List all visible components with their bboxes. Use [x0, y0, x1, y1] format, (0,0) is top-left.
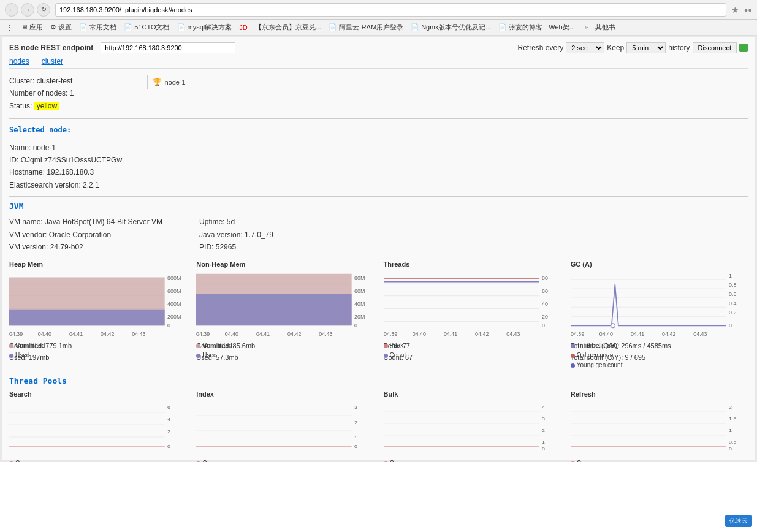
- jvm-vm-vendor: VM vendor: Oracle Corporation: [9, 229, 162, 241]
- svg-text:40M: 40M: [354, 301, 365, 307]
- nav-buttons[interactable]: ← → ↻: [5, 3, 50, 17]
- jvm-left: VM name: Java HotSpot(TM) 64-Bit Server …: [9, 216, 162, 253]
- bookmark-zhangyan[interactable]: 📄 张宴的博客 - Web架...: [498, 23, 574, 32]
- gc-title: GC (A): [571, 260, 748, 268]
- status-value: yellow: [34, 102, 59, 110]
- node-hostname: Hostname: 192.168.180.3: [9, 166, 748, 178]
- search-legend: Queue Peak Count: [9, 458, 186, 462]
- bookmark-star[interactable]: ★: [731, 5, 739, 15]
- thread-pools-section: Thread Pools Search 6 4 2 0 Queue Peak: [9, 376, 748, 455]
- svg-text:2: 2: [542, 427, 545, 433]
- keep-select[interactable]: 5 min 10 min 30 min: [626, 42, 666, 53]
- back-button[interactable]: ←: [5, 3, 18, 17]
- threads-area: 80 60 40 20 0 04:39 04:40 04:41 04:42 04…: [384, 270, 561, 338]
- bulk-legend: Queue Peak Count: [384, 458, 561, 462]
- index-pool-svg: 3 2 1 0: [196, 400, 373, 455]
- search-pool-title: Search: [9, 390, 186, 398]
- svg-text:20M: 20M: [354, 314, 365, 320]
- svg-text:800M: 800M: [167, 275, 181, 281]
- forward-button[interactable]: →: [21, 3, 34, 17]
- svg-text:40: 40: [542, 301, 548, 307]
- divider-2: [9, 196, 748, 197]
- svg-text:0: 0: [167, 443, 170, 449]
- svg-text:04:40: 04:40: [599, 331, 612, 337]
- node-badge-label: node-1: [164, 78, 185, 86]
- endpoint-label: ES node REST endpoint: [9, 44, 93, 52]
- jvm-meta: VM name: Java HotSpot(TM) 64-Bit Server …: [9, 216, 748, 253]
- jvm-uptime: Uptime: 5d: [199, 216, 273, 228]
- jvm-title: JVM: [9, 202, 748, 211]
- cluster-status: Status: yellow: [9, 100, 74, 112]
- svg-text:04:40: 04:40: [225, 331, 238, 337]
- bookmark-settings[interactable]: ⚙ 设置: [50, 23, 72, 32]
- connection-status-dot: [739, 44, 748, 52]
- bulk-pool-area: 4 3 2 1 0 Queue Peak Count: [384, 400, 561, 455]
- jvm-pid: PID: 52965: [199, 241, 273, 253]
- refresh-pool-chart: Refresh 2 1.5 1 0.5 0 Queue Peak: [571, 390, 748, 455]
- svg-text:04:40: 04:40: [412, 331, 425, 337]
- refresh-pool-svg: 2 1.5 1 0.5 0: [571, 400, 748, 455]
- refresh-select[interactable]: 2 sec 5 sec 10 sec: [566, 42, 604, 53]
- svg-text:2: 2: [354, 419, 357, 425]
- svg-text:0.4: 0.4: [729, 300, 736, 306]
- svg-point-52: [611, 324, 615, 328]
- selected-node-section: Selected node: Name: node-1 ID: OJqmLz74…: [9, 124, 748, 191]
- tab-nodes[interactable]: nodes: [9, 57, 29, 66]
- address-bar[interactable]: [55, 3, 726, 17]
- svg-text:0.6: 0.6: [729, 291, 736, 297]
- threads-legend: Peak Count: [384, 341, 561, 360]
- svg-text:04:41: 04:41: [631, 331, 644, 337]
- threads-svg: 80 60 40 20 0 04:39 04:40 04:41 04:42 04…: [384, 270, 561, 338]
- svg-text:80M: 80M: [354, 275, 365, 281]
- svg-text:04:39: 04:39: [384, 331, 397, 337]
- selected-node-title: Selected node:: [9, 124, 748, 136]
- node-name: Name: node-1: [9, 142, 748, 154]
- svg-text:04:42: 04:42: [475, 331, 489, 337]
- search-pool-area: 6 4 2 0 Queue Peak Count: [9, 400, 186, 455]
- jvm-vm-version: VM version: 24.79-b02: [9, 241, 162, 253]
- svg-text:60M: 60M: [354, 288, 365, 294]
- bulk-pool-chart: Bulk 4 3 2 1 0 Queue Peak Count: [384, 390, 561, 455]
- bookmark-apps[interactable]: 🖥 应用: [21, 23, 43, 32]
- refresh-legend: Queue Peak Count: [571, 458, 748, 462]
- jvm-right: Uptime: 5d Java version: 1.7.0_79 PID: 5…: [199, 216, 273, 253]
- non-heap-title: Non-Heap Mem: [196, 260, 373, 268]
- gc-chart: GC (A) 1 0.8 0.6 0.4 0.2: [571, 260, 748, 363]
- refresh-section: Refresh every 2 sec 5 sec 10 sec Keep 5 …: [518, 42, 748, 53]
- bookmark-aliyun[interactable]: 📄 阿里云-RAM用户登录: [329, 23, 403, 32]
- svg-text:04:41: 04:41: [69, 331, 83, 337]
- bookmark-docs[interactable]: 📄 常用文档: [79, 23, 116, 32]
- index-pool-title: Index: [196, 390, 373, 398]
- svg-text:0.2: 0.2: [729, 310, 736, 316]
- non-heap-legend: Committed Used: [196, 341, 373, 360]
- refresh-button[interactable]: ↻: [37, 3, 50, 17]
- svg-text:1.5: 1.5: [729, 416, 737, 421]
- svg-text:200M: 200M: [167, 314, 181, 320]
- svg-text:04:39: 04:39: [571, 331, 584, 337]
- top-bar: ES node REST endpoint Refresh every 2 se…: [9, 42, 748, 53]
- disconnect-button[interactable]: Disconnect: [693, 42, 737, 53]
- svg-text:4: 4: [542, 404, 545, 409]
- svg-text:04:39: 04:39: [196, 331, 210, 337]
- tab-cluster[interactable]: cluster: [42, 57, 63, 66]
- cluster-name: Cluster: cluster-test: [9, 75, 74, 87]
- heap-mem-legend: Committed Used: [9, 341, 186, 360]
- gc-svg: 1 0.8 0.6 0.4 0.2 0 04:39 04:40 04:41 04…: [571, 270, 748, 338]
- svg-text:04:43: 04:43: [132, 331, 145, 337]
- bookmark-mysql[interactable]: 📄 mysql解决方案: [177, 23, 232, 32]
- non-heap-area: 80M 60M 40M 20M 0 04:39 04:40 04:41 04:4…: [196, 270, 373, 338]
- refresh-label: Refresh every: [518, 44, 564, 52]
- svg-text:04:40: 04:40: [38, 331, 51, 337]
- svg-text:0: 0: [354, 443, 357, 449]
- svg-text:1: 1: [729, 273, 732, 279]
- endpoint-input[interactable]: [101, 42, 235, 53]
- bulk-pool-svg: 4 3 2 1 0: [384, 400, 561, 455]
- keep-label: Keep: [607, 44, 624, 52]
- bookmark-51cto[interactable]: 📄 51CTO文档: [124, 23, 169, 32]
- node-badge-1[interactable]: 🏆 node-1: [147, 75, 191, 89]
- bookmark-jd[interactable]: JD: [239, 24, 247, 31]
- bookmark-nginx[interactable]: 📄 Nginx版本号优化及记...: [411, 23, 491, 32]
- bookmark-other[interactable]: 其他书: [595, 23, 615, 32]
- svg-text:04:42: 04:42: [287, 331, 301, 337]
- bookmark-jd-label[interactable]: 【京东会员】京豆兑...: [255, 23, 321, 32]
